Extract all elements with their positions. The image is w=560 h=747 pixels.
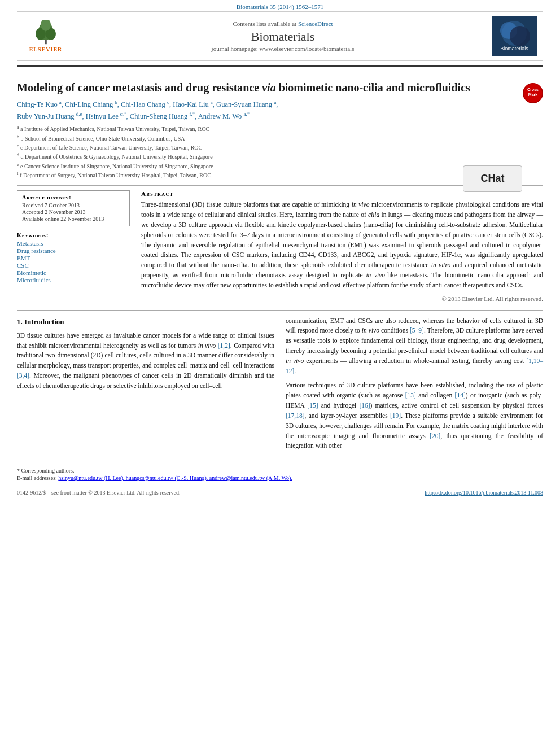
paper-title-section: Cross Mark Modeling of cancer metastasis… [17, 80, 543, 95]
elsevier-label: ELSEVIER [29, 46, 63, 53]
body-divider [17, 310, 543, 311]
available-date: Available online 22 November 2013 [22, 216, 125, 222]
keywords-box: Keywords: Metastasis Drug resistance EMT… [17, 232, 130, 283]
journal-title: Biomaterials [74, 29, 492, 44]
main-content: Cross Mark Modeling of cancer metastasis… [0, 67, 560, 505]
keywords-title: Keywords: [17, 232, 130, 238]
ref-19[interactable]: [19] [390, 412, 401, 419]
article-info-panel: Article history: Received 7 October 2013… [17, 190, 130, 302]
history-title: Article history: [22, 194, 125, 200]
svg-text:Cross: Cross [527, 88, 539, 91]
chat-button[interactable]: CHat [463, 165, 522, 192]
abstract-section: Abstract Three-dimensional (3D) tissue c… [141, 190, 543, 302]
abstract-text: Three-dimensional (3D) tissue culture pl… [141, 200, 543, 290]
authors-line: Ching-Te Kuo a, Chi-Ling Chiang b, Chi-H… [17, 98, 543, 122]
journal-header-center: Contents lists available at ScienceDirec… [74, 20, 492, 52]
contents-line: Contents lists available at ScienceDirec… [74, 20, 492, 27]
intro-section-title: 1. Introduction [17, 316, 274, 327]
journal-homepage: journal homepage: www.elsevier.com/locat… [74, 45, 492, 52]
affiliation-c: c c Department of Life Science, National… [17, 143, 543, 152]
body-col-right: communication, EMT and CSCs are also red… [286, 316, 543, 456]
paper-title: Modeling of cancer metastasis and drug r… [17, 80, 485, 95]
intro-para-1: 3D tissue cultures have emerged as inval… [17, 331, 274, 391]
keyword-0: Metastasis [17, 240, 130, 247]
ref-17-18[interactable]: [17,18] [286, 412, 305, 419]
crossmark-icon: Cross Mark [523, 83, 543, 103]
citation-text: Biomaterials 35 (2014) 1562–1571 [237, 3, 323, 10]
elsevier-tree-icon [29, 20, 63, 45]
keyword-5: Microfluidics [17, 277, 130, 283]
intro-para-2: communication, EMT and CSCs are also red… [286, 316, 543, 377]
footnotes-section: * Corresponding authors. E-mail addresse… [17, 464, 543, 481]
affiliation-b: b b School of Biomedical Science, Ohio S… [17, 134, 543, 143]
svg-point-8 [510, 26, 530, 46]
email-footnote: E-mail addresses: hsinyu@ntu.edu.tw (H. … [17, 475, 543, 481]
article-info-abstract: Article history: Received 7 October 2013… [17, 190, 543, 302]
accepted-date: Accepted 2 November 2013 [22, 209, 125, 215]
article-history-box: Article history: Received 7 October 2013… [17, 190, 130, 226]
doi-link[interactable]: http://dx.doi.org/10.1016/j.biomaterials… [425, 490, 543, 496]
issn-text: 0142-9612/$ – see front matter © 2013 El… [17, 490, 180, 496]
bottom-bar: 0142-9612/$ – see front matter © 2013 El… [17, 487, 543, 499]
copyright-line: © 2013 Elsevier Ltd. All rights reserved… [141, 295, 543, 302]
received-date: Received 7 October 2013 [22, 202, 125, 208]
email-link[interactable]: hsinyu@ntu.edu.tw (H. Lee), huangcs@ntu.… [58, 475, 292, 481]
corresponding-note: * Corresponding authors. [17, 468, 543, 474]
ref-15[interactable]: [15] [307, 402, 318, 409]
keyword-3: CSC [17, 262, 130, 269]
journal-logo-image: Biomaterials [492, 16, 537, 56]
crossmark-badge: Cross Mark [523, 83, 543, 103]
affiliation-d: d d Department of Obstetrics & Gynaecolo… [17, 152, 543, 161]
ref-13[interactable]: [13] [405, 392, 416, 399]
journal-header: ELSEVIER Contents lists available at Sci… [17, 11, 543, 61]
svg-text:Biomaterials: Biomaterials [500, 46, 528, 51]
sciencedirect-link[interactable]: ScienceDirect [298, 20, 333, 27]
ref-5-9[interactable]: [5–9] [410, 327, 424, 334]
ref-20[interactable]: [20] [430, 433, 440, 439]
keyword-2: EMT [17, 255, 130, 261]
body-col-left: 1. Introduction 3D tissue cultures have … [17, 316, 274, 456]
ref-1-10-12[interactable]: [1,10–12] [286, 357, 543, 374]
svg-text:Mark: Mark [528, 93, 537, 97]
body-content: 1. Introduction 3D tissue cultures have … [17, 316, 543, 456]
ref-1-2[interactable]: [1,2] [218, 342, 230, 349]
ref-16[interactable]: [16] [359, 402, 370, 409]
keyword-4: Biomimetic [17, 269, 130, 276]
intro-para-3: Various techniques of 3D culture platfor… [286, 381, 543, 451]
affiliation-a: a a Institute of Applied Mechanics, Nati… [17, 124, 543, 133]
citation-bar: Biomaterials 35 (2014) 1562–1571 [0, 0, 560, 11]
keyword-1: Drug resistance [17, 247, 130, 254]
ref-3-4[interactable]: [3,4] [17, 372, 29, 379]
elsevier-logo: ELSEVIER [23, 20, 68, 53]
ref-14[interactable]: [14] [455, 392, 466, 399]
